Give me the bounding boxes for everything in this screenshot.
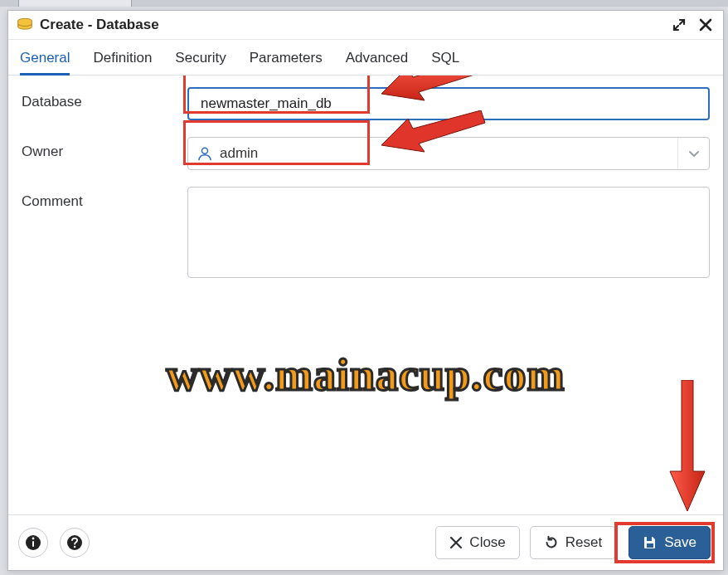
dialog-body: Database Owner admin — [8, 76, 723, 514]
annotation-arrow-save — [667, 380, 708, 513]
row-database: Database — [22, 87, 710, 120]
tab-parameters[interactable]: Parameters — [250, 46, 323, 75]
comment-textarea[interactable] — [187, 187, 710, 278]
tab-definition[interactable]: Definition — [93, 46, 152, 75]
background-tab-strip — [0, 0, 728, 7]
info-button[interactable] — [18, 528, 48, 558]
help-button[interactable] — [60, 528, 90, 558]
database-label: Database — [22, 87, 187, 110]
dialog-title: Create - Database — [40, 17, 159, 33]
close-button[interactable]: Close — [435, 526, 519, 559]
reset-button-label: Reset — [565, 534, 602, 551]
svg-point-1 — [202, 148, 208, 153]
row-comment: Comment — [22, 187, 710, 281]
svg-point-6 — [74, 546, 75, 548]
owner-label: Owner — [22, 137, 187, 160]
owner-select[interactable]: admin — [187, 137, 710, 170]
row-owner: Owner admin — [22, 137, 710, 170]
maximize-button[interactable] — [670, 16, 688, 34]
reset-button[interactable]: Reset — [530, 526, 616, 559]
chevron-down-icon — [677, 138, 709, 169]
watermark-text: www.mainacup.com — [8, 349, 723, 401]
annotation-highlight-save — [614, 522, 715, 563]
close-dialog-button[interactable] — [696, 16, 715, 34]
tab-sql[interactable]: SQL — [431, 46, 459, 75]
tab-security[interactable]: Security — [175, 46, 226, 75]
dialog-footer: Close Reset Save — [8, 514, 723, 570]
tab-advanced[interactable]: Advanced — [346, 46, 409, 75]
dialog-tabs: General Definition Security Parameters A… — [8, 40, 723, 76]
svg-point-4 — [32, 538, 35, 540]
close-button-label: Close — [469, 534, 505, 551]
tab-general[interactable]: General — [20, 46, 70, 75]
user-icon — [197, 145, 213, 162]
svg-rect-3 — [32, 541, 34, 547]
comment-label: Comment — [22, 187, 187, 210]
dialog-header: Create - Database — [8, 11, 723, 40]
create-database-dialog: Create - Database General Definition Sec… — [7, 10, 724, 571]
owner-value: admin — [220, 145, 258, 162]
database-name-input[interactable] — [187, 87, 710, 120]
database-icon — [17, 17, 33, 32]
